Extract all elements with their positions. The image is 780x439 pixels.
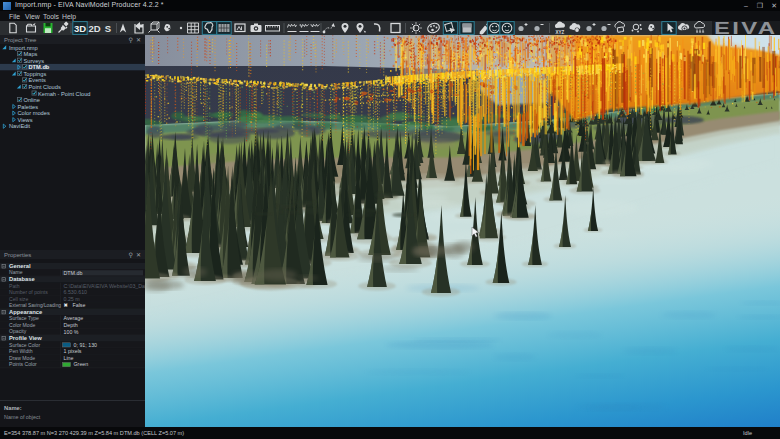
svg-text:Kemah - Point Cloud: Kemah - Point Cloud (38, 91, 90, 97)
svg-text:Events: Events (29, 77, 47, 83)
svg-text:Point Clouds: Point Clouds (29, 84, 61, 90)
svg-text:Color modes: Color modes (18, 110, 50, 116)
svg-text:Maps: Maps (24, 51, 38, 57)
svg-text:Average: Average (64, 315, 84, 321)
svg-text:Pen Width: Pen Width (9, 348, 33, 354)
svg-text:Toppings: Toppings (24, 71, 47, 77)
svg-text:C:\Data\EIVA\EIVA Website\03_D: C:\Data\EIVA\EIVA Website\03_Dat (64, 283, 146, 289)
svg-text:Cell size: Cell size (9, 296, 28, 302)
svg-text:✖: ✖ (64, 302, 68, 308)
svg-text:Line: Line (64, 355, 74, 361)
svg-text:Surface Color: Surface Color (9, 342, 40, 348)
svg-text:General: General (9, 263, 31, 269)
svg-text:EIVA: EIVA (714, 21, 777, 35)
svg-text:XYZ: XYZ (556, 30, 565, 35)
svg-text:Profile View: Profile View (9, 335, 42, 341)
svg-text:Import.nmp: Import.nmp (9, 45, 38, 51)
svg-text:0.25 m: 0.25 m (64, 296, 81, 302)
svg-text:0; 91; 130: 0; 91; 130 (74, 342, 98, 348)
svg-text:DTM.db: DTM.db (29, 64, 50, 70)
svg-text:Appearance: Appearance (9, 309, 43, 315)
svg-text:False: False (73, 302, 86, 308)
svg-text:External Saving/Loading: External Saving/Loading (9, 303, 61, 308)
svg-text:Surveys: Surveys (24, 58, 45, 64)
svg-text:Depth: Depth (64, 322, 78, 328)
svg-text:3D: 3D (74, 23, 86, 34)
svg-text:2D: 2D (88, 23, 100, 34)
svg-text:NaviEdit: NaviEdit (9, 123, 31, 129)
svg-text:Draw Mode: Draw Mode (9, 355, 35, 361)
svg-text:Name: Name (9, 269, 23, 275)
svg-text:1 pixels: 1 pixels (64, 348, 82, 354)
svg-text:100 %: 100 % (64, 329, 79, 335)
svg-text:Palettes: Palettes (18, 104, 39, 110)
svg-text:Number of points: Number of points (9, 289, 48, 295)
svg-text:Path: Path (9, 283, 20, 289)
svg-text:S: S (105, 23, 111, 34)
svg-text:Database: Database (9, 276, 36, 282)
svg-text:6.530.610: 6.530.610 (64, 289, 88, 295)
svg-text:Color Mode: Color Mode (9, 322, 35, 328)
svg-text:Green: Green (74, 361, 89, 367)
svg-text:DTM.db: DTM.db (64, 270, 83, 276)
svg-text:Surface Type: Surface Type (9, 315, 39, 321)
svg-text:Views: Views (18, 117, 33, 123)
svg-text:Opacity: Opacity (9, 328, 27, 334)
svg-text:Online: Online (24, 97, 40, 103)
svg-text:Points Color: Points Color (9, 361, 37, 367)
